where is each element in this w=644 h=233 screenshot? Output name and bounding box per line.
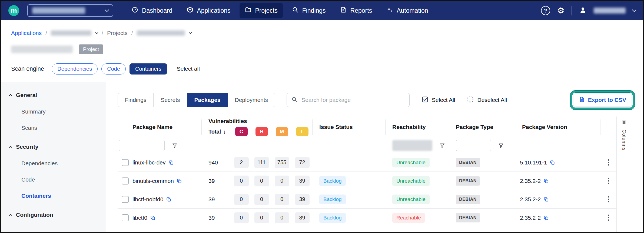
nav-item-findings[interactable]: Findings — [287, 3, 331, 18]
filter-funnel-icon[interactable] — [439, 143, 445, 148]
row-menu-button[interactable] — [606, 158, 611, 167]
redacted-org-name — [32, 7, 85, 14]
org-selector-dropdown[interactable] — [27, 4, 113, 17]
sidebar-item-summary[interactable]: Summary — [1, 103, 105, 120]
gear-icon[interactable]: ⚙ — [557, 7, 565, 15]
nav-item-dashboard[interactable]: Dashboard — [126, 3, 178, 18]
row-checkbox[interactable] — [122, 196, 129, 203]
sidebar-section-security[interactable]: Security — [1, 138, 105, 155]
search-icon — [291, 96, 298, 104]
copy-icon[interactable] — [543, 197, 549, 202]
nav-divider — [572, 6, 572, 15]
col-total-sort[interactable]: Total ↓ — [201, 129, 231, 135]
top-navigation: m Dashboard Applications — [1, 1, 643, 20]
tab-deployments[interactable]: Deployments — [228, 93, 275, 107]
row-checkbox[interactable] — [122, 159, 129, 166]
col-issue-status[interactable]: Issue Status — [312, 124, 385, 130]
vuln-total: 940 — [208, 159, 218, 166]
deselect-all-button[interactable]: Deselect All — [467, 96, 507, 104]
col-package-type[interactable]: Package Type — [449, 124, 515, 130]
scan-select-all[interactable]: Select all — [177, 66, 200, 72]
brand-logo[interactable]: m — [8, 5, 19, 16]
filter-funnel-icon[interactable] — [172, 143, 178, 148]
nav-item-reports[interactable]: Reports — [335, 3, 377, 18]
main-panel: Findings Secrets Packages Deployments — [105, 82, 643, 232]
sidebar-item-code[interactable]: Code — [1, 171, 105, 188]
sidebar-section-configuration[interactable]: Configuration — [1, 206, 105, 223]
severity-high-chip[interactable]: H — [255, 127, 268, 136]
row-checkbox[interactable] — [122, 177, 129, 185]
copy-icon[interactable] — [550, 160, 555, 165]
sidebar-item-scans[interactable]: Scans — [1, 120, 105, 136]
row-menu-button[interactable] — [606, 195, 611, 204]
copy-icon[interactable] — [168, 160, 174, 165]
copy-icon[interactable] — [166, 197, 171, 202]
vuln-total: 39 — [208, 215, 215, 221]
package-name-link[interactable]: libctf0 — [132, 215, 147, 221]
issue-status-pill[interactable]: Backlog — [319, 176, 346, 186]
vuln-high-count: 0 — [254, 176, 269, 186]
sidebar-divider — [1, 205, 105, 205]
package-version: 5.10.191-1 — [520, 159, 547, 166]
engine-pill-code[interactable]: Code — [101, 63, 126, 75]
col-package-name[interactable]: Package Name — [132, 124, 201, 130]
export-to-csv-button[interactable]: Export to CSV — [573, 93, 632, 107]
copy-icon[interactable] — [543, 215, 549, 221]
package-type-filter-input[interactable] — [456, 140, 491, 151]
nav-item-applications[interactable]: Applications — [181, 3, 236, 18]
severity-medium-chip[interactable]: M — [276, 127, 288, 136]
filter-funnel-icon[interactable] — [498, 143, 504, 148]
copy-icon[interactable] — [177, 178, 182, 184]
severity-critical-chip[interactable]: C — [235, 127, 248, 136]
row-menu-button[interactable] — [606, 176, 611, 186]
view-tabs: Findings Secrets Packages Deployments — [118, 93, 275, 107]
redacted-project-name[interactable] — [137, 30, 185, 36]
user-menu-chevron-icon[interactable] — [632, 8, 636, 12]
redacted-project-title — [11, 46, 73, 53]
vuln-critical-count: 2 — [234, 157, 249, 168]
chevron-down-icon — [105, 8, 109, 12]
chevron-down-icon[interactable] — [95, 31, 98, 34]
column-divider — [600, 119, 600, 135]
nav-label: Projects — [255, 7, 278, 14]
issue-status-pill[interactable]: Backlog — [319, 195, 346, 204]
tab-findings[interactable]: Findings — [118, 93, 154, 107]
package-name-link[interactable]: linux-libc-dev — [132, 159, 166, 166]
package-name-filter-input[interactable] — [119, 140, 165, 151]
engine-pill-dependencies[interactable]: Dependencies — [52, 63, 98, 75]
tab-secrets[interactable]: Secrets — [153, 93, 187, 107]
nav-items: Dashboard Applications Projects Findings — [126, 3, 433, 18]
tab-packages[interactable]: Packages — [187, 93, 228, 107]
chevron-down-icon[interactable] — [189, 31, 192, 34]
vuln-critical-count: 0 — [234, 176, 249, 186]
total-label: Total — [208, 129, 221, 135]
nav-item-automation[interactable]: Automation — [381, 3, 433, 18]
nav-item-projects[interactable]: Projects — [240, 3, 283, 18]
engine-pill-containers[interactable]: Containers — [130, 63, 167, 75]
user-avatar-icon[interactable] — [579, 6, 587, 15]
copy-icon[interactable] — [543, 178, 549, 184]
col-package-version[interactable]: Package Version — [515, 124, 600, 130]
row-menu-button[interactable] — [606, 213, 611, 222]
row-checkbox[interactable] — [122, 214, 129, 221]
projects-icon — [245, 6, 252, 15]
col-reachability[interactable]: Reachability — [385, 124, 449, 130]
sidebar-item-containers[interactable]: Containers — [1, 188, 105, 204]
package-type-badge: DEBIAN — [456, 195, 480, 204]
columns-panel-toggle[interactable]: Columns — [616, 116, 631, 232]
package-name-link[interactable]: libctf-nobfd0 — [132, 196, 163, 203]
redacted-application-name[interactable] — [51, 30, 91, 36]
copy-icon[interactable] — [150, 215, 155, 221]
chevron-up-icon — [9, 214, 12, 217]
search-input[interactable] — [301, 97, 405, 103]
breadcrumb-applications-link[interactable]: Applications — [11, 30, 42, 36]
sort-desc-icon: ↓ — [223, 129, 226, 135]
redacted-reachability-filter[interactable] — [392, 140, 432, 151]
issue-status-pill[interactable]: Backlog — [319, 213, 346, 223]
sidebar-item-dependencies[interactable]: Dependencies — [1, 155, 105, 171]
select-all-button[interactable]: Select All — [421, 96, 455, 104]
package-name-link[interactable]: binutils-common — [132, 178, 174, 184]
severity-low-chip[interactable]: L — [296, 127, 308, 136]
sidebar-section-general[interactable]: General — [1, 87, 105, 103]
help-icon[interactable]: ? — [541, 6, 550, 15]
